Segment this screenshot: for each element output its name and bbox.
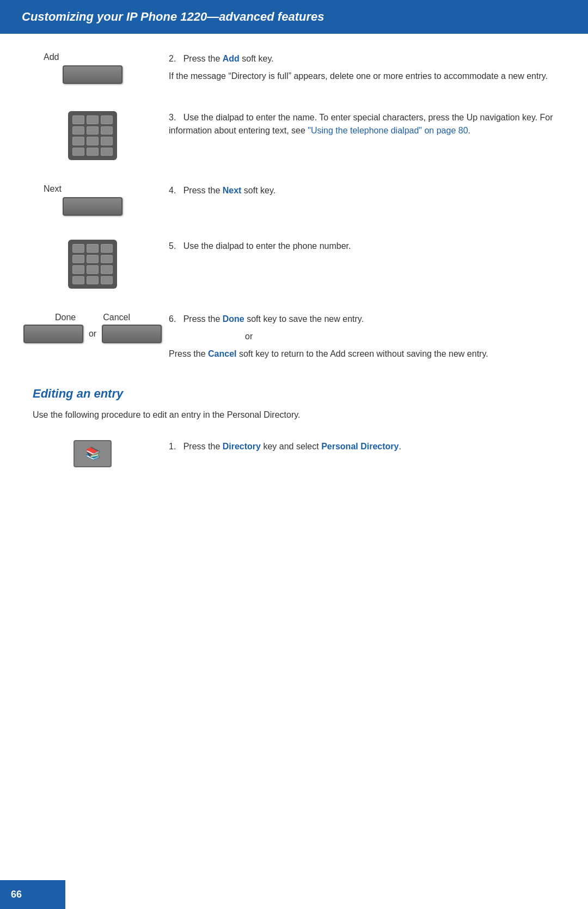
- page-footer: 66: [0, 880, 65, 909]
- step-3-text-col: 3. Use the dialpad to enter the name. To…: [152, 109, 555, 142]
- next-link: Next: [223, 186, 242, 195]
- cancel-label: Cancel: [103, 313, 130, 322]
- editing-step-1-after: .: [399, 442, 401, 451]
- step-2-sub: If the message “Directory is full” appea…: [169, 70, 555, 83]
- step-4-text: 4. Press the Next soft key.: [169, 184, 555, 197]
- dialpad-key: [72, 115, 84, 124]
- step-6-row: Done Cancel or 6. Press the Done soft ke…: [33, 310, 555, 365]
- step-6-text-col: 6. Press the Done soft key to save the n…: [152, 310, 555, 365]
- editing-step-1-row: 📚 1. Press the Directory key and select …: [33, 438, 555, 467]
- editing-step-1-text-col: 1. Press the Directory key and select Pe…: [152, 438, 555, 457]
- step-3-after: .: [468, 126, 470, 135]
- dialpad-key: [87, 126, 99, 135]
- step-4-text-col: 4. Press the Next soft key.: [152, 182, 555, 202]
- dialpad-key: [101, 276, 113, 285]
- step-5-main: Use the dialpad to enter the phone numbe…: [183, 241, 351, 251]
- editing-step-1-middle: key and select: [261, 442, 321, 451]
- dialpad-image-2: [68, 240, 117, 289]
- dialpad-key: [72, 148, 84, 156]
- dialpad-image-1: [68, 111, 117, 160]
- done-link: Done: [223, 314, 244, 324]
- dialpad-key: [72, 265, 84, 274]
- dialpad-key: [72, 276, 84, 285]
- next-softkey-image: [63, 197, 122, 216]
- step-6-number: 6.: [169, 314, 176, 324]
- step-3-text: 3. Use the dialpad to enter the name. To…: [169, 111, 555, 137]
- done-cancel-labels: Done Cancel: [55, 313, 130, 322]
- dialpad-key: [87, 137, 99, 145]
- editing-section-heading: Editing an entry: [33, 387, 555, 401]
- dialpad-key: [87, 115, 99, 124]
- step-2-main: Press the: [183, 54, 223, 63]
- or-text: or: [89, 329, 96, 339]
- done-label: Done: [55, 313, 76, 322]
- header-title: Customizing your IP Phone 1220—advanced …: [22, 10, 566, 24]
- next-label: Next: [44, 184, 62, 194]
- personal-directory-link: Personal Directory: [321, 442, 399, 451]
- step-5-text: 5. Use the dialpad to enter the phone nu…: [169, 240, 555, 253]
- dialpad-link[interactable]: "Using the telephone dialpad" on page 80: [308, 126, 468, 135]
- book-icon: 📚: [85, 447, 100, 461]
- step-5-text-col: 5. Use the dialpad to enter the phone nu…: [152, 237, 555, 257]
- step-2-number: 2.: [169, 54, 176, 63]
- step-6-after-done: soft key to save the new entry.: [244, 314, 364, 324]
- header-bar: Customizing your IP Phone 1220—advanced …: [0, 0, 588, 34]
- step-5-row: 5. Use the dialpad to enter the phone nu…: [33, 237, 555, 289]
- page-number: 66: [11, 889, 22, 900]
- step-4-image-col: Next: [33, 182, 152, 216]
- directory-key-image: 📚: [74, 440, 112, 467]
- step-2-after: soft key.: [240, 54, 274, 63]
- editing-section-intro: Use the following procedure to edit an e…: [33, 408, 555, 422]
- step-2-row: Add 2. Press the Add soft key. If the me…: [33, 50, 555, 87]
- step-6-main: Press the: [183, 314, 223, 324]
- step-4-row: Next 4. Press the Next soft key.: [33, 182, 555, 216]
- step-3-row: 3. Use the dialpad to enter the name. To…: [33, 109, 555, 160]
- dialpad-key: [101, 115, 113, 124]
- step-3-number: 3.: [169, 113, 176, 122]
- press-cancel-main: Press the: [169, 349, 208, 358]
- step-6-cancel-text: Press the Cancel soft key to return to t…: [169, 347, 555, 361]
- dialpad-key: [101, 255, 113, 264]
- step-5-image-col: [33, 237, 152, 289]
- dialpad-key: [101, 148, 113, 156]
- dialpad-key: [72, 255, 84, 264]
- dialpad-key: [87, 265, 99, 274]
- step-6-or: or: [169, 330, 555, 343]
- add-link: Add: [223, 54, 240, 63]
- step-3-image-col: [33, 109, 152, 160]
- done-cancel-buttons: or: [23, 325, 162, 343]
- step-6-after-cancel: soft key to return to the Add screen wit…: [237, 349, 488, 358]
- step-4-number: 4.: [169, 186, 176, 195]
- editing-step-1-number: 1.: [169, 442, 176, 451]
- dialpad-key: [101, 126, 113, 135]
- dialpad-key: [87, 148, 99, 156]
- step-2-text-col: 2. Press the Add soft key. If the messag…: [152, 50, 555, 87]
- step-2-text: 2. Press the Add soft key.: [169, 52, 555, 65]
- done-softkey-image: [23, 325, 83, 343]
- add-label: Add: [44, 52, 59, 62]
- step-6-text: 6. Press the Done soft key to save the n…: [169, 313, 555, 326]
- cancel-link: Cancel: [208, 349, 236, 358]
- dialpad-key: [87, 255, 99, 264]
- dialpad-key: [72, 126, 84, 135]
- step-6-image-col: Done Cancel or: [33, 310, 152, 343]
- step-4-main: Press the: [183, 186, 223, 195]
- editing-step-1-image-col: 📚: [33, 438, 152, 467]
- dialpad-key: [101, 244, 113, 253]
- dialpad-key: [72, 137, 84, 145]
- editing-step-1-main: Press the: [183, 442, 223, 451]
- step-5-number: 5.: [169, 241, 176, 251]
- dialpad-key: [87, 276, 99, 285]
- editing-step-1-text: 1. Press the Directory key and select Pe…: [169, 440, 555, 453]
- step-2-image-col: Add: [33, 50, 152, 84]
- directory-link: Directory: [223, 442, 261, 451]
- dialpad-key: [72, 244, 84, 253]
- step-4-after: soft key.: [241, 186, 275, 195]
- dialpad-key: [101, 137, 113, 145]
- main-content: Add 2. Press the Add soft key. If the me…: [0, 34, 588, 511]
- dialpad-key: [87, 244, 99, 253]
- add-softkey-image: [63, 65, 122, 84]
- dialpad-key: [101, 265, 113, 274]
